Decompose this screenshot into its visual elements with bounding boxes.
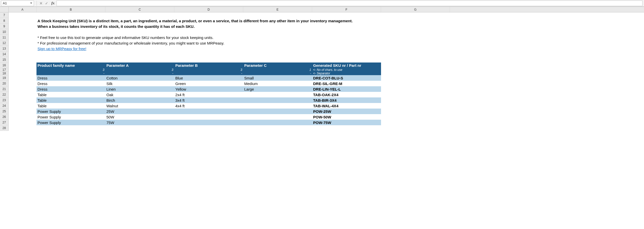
fx-icon[interactable]: fx [49,1,56,6]
th-product-family[interactable]: Product family name [36,63,105,68]
select-all-corner[interactable] [0,7,9,12]
cell[interactable] [9,103,36,109]
data-cell[interactable]: Yellow [174,86,243,92]
generated-sku-cell[interactable]: POW-25W [312,109,381,114]
data-cell[interactable]: Dress [36,81,105,86]
data-cell[interactable] [174,120,243,125]
data-cell[interactable] [243,97,312,103]
cell[interactable] [9,12,36,18]
data-cell[interactable]: Cotton [105,75,174,81]
cell[interactable] [9,63,36,68]
cell[interactable] [9,86,36,92]
row-header[interactable]: 23 [0,97,9,103]
cell[interactable] [9,75,36,81]
cell[interactable] [36,51,381,57]
row-header[interactable]: 8 [0,18,9,24]
data-cell[interactable] [243,120,312,125]
generated-sku-cell[interactable]: POW-75W [312,120,381,125]
generated-sku-cell[interactable]: TAB-OAK-2X4 [312,92,381,97]
row-header[interactable]: 26 [0,114,9,120]
row-header[interactable]: 11 [0,35,9,40]
data-cell[interactable]: Birch [105,97,174,103]
cell[interactable] [9,51,36,57]
cell[interactable] [9,120,36,125]
row-header[interactable]: 14 [0,51,9,57]
data-cell[interactable]: Table [36,92,105,97]
cell[interactable] [9,46,36,51]
formula-input[interactable] [56,1,642,6]
col-header-E[interactable]: E [243,7,312,12]
col-header-A[interactable]: A [9,7,36,12]
data-cell[interactable]: 50W [105,114,174,120]
col-header-C[interactable]: C [105,7,174,12]
cell[interactable] [9,18,36,24]
data-cell[interactable]: Silk [105,81,174,86]
row-header[interactable]: 19 [0,75,9,81]
generated-sku-cell[interactable]: DRE-SIL-GRE-M [312,81,381,86]
chars-D[interactable]: 3 [174,68,243,72]
data-cell[interactable]: 25W [105,109,174,114]
data-cell[interactable]: Power Supply [36,114,105,120]
cell[interactable] [9,35,36,40]
intro-text-1[interactable]: A Stock Keeping Unit (SKU) is a distinct… [36,18,381,24]
spreadsheet-grid[interactable]: A B C D E F G 7 8 A Stock Keeping Unit (… [0,7,644,131]
cell[interactable] [9,109,36,114]
intro-text-2[interactable]: When a business takes inventory of its s… [36,24,381,29]
col-header-B[interactable]: B [36,7,105,12]
row-header[interactable]: 15 [0,57,9,63]
cell[interactable] [36,29,381,35]
signup-link[interactable]: Sign up to MRPeasy for free! [36,46,381,51]
data-cell[interactable]: Power Supply [36,120,105,125]
sep-B[interactable]: - [36,72,105,75]
row-header[interactable]: 27 [0,120,9,125]
col-header-D[interactable]: D [174,7,243,12]
row-header[interactable]: 20 [0,81,9,86]
data-cell[interactable] [243,92,312,97]
sep-C[interactable]: - [105,72,174,75]
data-cell[interactable]: Power Supply [36,109,105,114]
chars-note[interactable]: <- No of chars. to use [312,68,381,72]
sep-E[interactable]: - [243,72,312,75]
data-cell[interactable]: Medium [243,81,312,86]
note-2[interactable]: * For professional management of your ma… [36,40,381,46]
th-param-c[interactable]: Parameter C [243,63,312,68]
cell[interactable] [9,40,36,46]
cell[interactable] [9,68,36,72]
data-cell[interactable]: Green [174,81,243,86]
row-header[interactable]: 25 [0,109,9,114]
row-header[interactable]: 28 [0,125,9,131]
data-cell[interactable]: Small [243,75,312,81]
data-cell[interactable] [243,109,312,114]
chevron-down-icon[interactable] [30,3,32,4]
data-cell[interactable] [243,103,312,109]
data-cell[interactable]: 4x4 ft [174,103,243,109]
cell[interactable] [9,29,36,35]
row-header[interactable]: 12 [0,40,9,46]
generated-sku-cell[interactable]: TAB-BIR-3X4 [312,97,381,103]
th-generated-sku[interactable]: Generated SKU nr / Part nr [312,63,381,68]
data-cell[interactable]: Walnut [105,103,174,109]
cell[interactable] [9,92,36,97]
row-header[interactable]: 16 [0,63,9,68]
th-param-a[interactable]: Parameter A [105,63,174,68]
row-header[interactable]: 18 [0,72,9,75]
data-cell[interactable] [174,109,243,114]
sep-note[interactable]: <- Separator [312,72,381,75]
row-header[interactable]: 10 [0,29,9,35]
data-cell[interactable]: Linen [105,86,174,92]
cell[interactable] [36,57,381,63]
data-cell[interactable]: 2x4 ft [174,92,243,97]
data-cell[interactable]: Oak [105,92,174,97]
chars-B[interactable]: 3 [36,68,105,72]
row-header[interactable]: 22 [0,92,9,97]
row-header[interactable]: 9 [0,24,9,29]
cell[interactable] [9,114,36,120]
row-header[interactable]: 17 [0,68,9,72]
sep-D[interactable]: - [174,72,243,75]
generated-sku-cell[interactable]: TAB-WAL-4X4 [312,103,381,109]
name-box[interactable]: A1 [1,1,34,6]
row-header[interactable]: 24 [0,103,9,109]
cell[interactable] [9,97,36,103]
row-header[interactable]: 21 [0,86,9,92]
data-cell[interactable]: Blue [174,75,243,81]
